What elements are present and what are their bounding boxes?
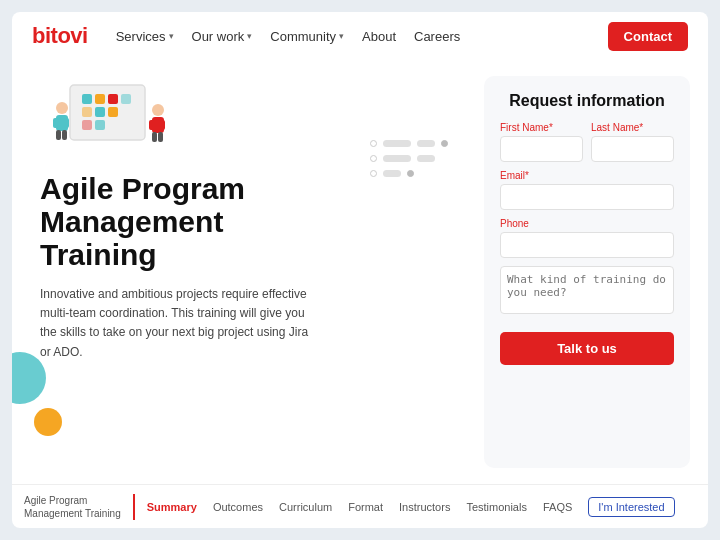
chevron-down-icon: ▾ — [339, 31, 344, 41]
last-name-input[interactable] — [591, 136, 674, 162]
svg-rect-19 — [160, 120, 165, 130]
orange-circle-decoration — [34, 408, 62, 436]
phone-row: Phone — [500, 218, 674, 258]
hero-title: Agile Program Management Training — [40, 172, 340, 271]
svg-rect-7 — [108, 107, 118, 117]
tab-faqs[interactable]: FAQS — [543, 501, 572, 513]
name-row: First Name* Last Name* — [500, 122, 674, 162]
svg-rect-4 — [121, 94, 131, 104]
svg-rect-13 — [64, 118, 69, 128]
nav-services[interactable]: Services ▾ — [116, 29, 174, 44]
svg-rect-2 — [95, 94, 105, 104]
hero-subtitle: Innovative and ambitious projects requir… — [40, 285, 320, 362]
email-field: Email* — [500, 170, 674, 210]
first-name-label: First Name* — [500, 122, 583, 133]
svg-rect-18 — [149, 120, 154, 130]
svg-rect-5 — [82, 107, 92, 117]
nav-careers[interactable]: Careers — [414, 29, 460, 44]
email-label: Email* — [500, 170, 674, 181]
tab-format[interactable]: Format — [348, 501, 383, 513]
first-name-field: First Name* — [500, 122, 583, 162]
breadcrumb: Agile Program Management Training — [24, 494, 135, 520]
nav-ourwork[interactable]: Our work ▾ — [192, 29, 253, 44]
left-panel: Agile Program Management Training Innova… — [12, 60, 468, 484]
tab-curriculum[interactable]: Curriculum — [279, 501, 332, 513]
email-input[interactable] — [500, 184, 674, 210]
contact-button[interactable]: Contact — [608, 22, 688, 51]
training-row — [500, 266, 674, 314]
training-field — [500, 266, 674, 314]
training-textarea[interactable] — [500, 266, 674, 314]
right-panel: Request information First Name* Last Nam… — [468, 60, 708, 484]
svg-rect-8 — [82, 120, 92, 130]
svg-rect-6 — [95, 107, 105, 117]
svg-rect-3 — [108, 94, 118, 104]
form-title: Request information — [500, 92, 674, 110]
nav-links: Services ▾ Our work ▾ Community ▾ About … — [116, 29, 608, 44]
submit-button[interactable]: Talk to us — [500, 332, 674, 365]
phone-label: Phone — [500, 218, 674, 229]
svg-point-10 — [56, 102, 68, 114]
email-row: Email* — [500, 170, 674, 210]
page-wrapper: bitovi Services ▾ Our work ▾ Community ▾… — [0, 0, 720, 540]
svg-rect-0 — [70, 85, 145, 140]
logo: bitovi — [32, 23, 88, 49]
phone-field: Phone — [500, 218, 674, 258]
tab-instructors[interactable]: Instructors — [399, 501, 450, 513]
svg-rect-14 — [56, 130, 61, 140]
first-name-input[interactable] — [500, 136, 583, 162]
chevron-down-icon: ▾ — [247, 31, 252, 41]
phone-input[interactable] — [500, 232, 674, 258]
bottom-bar: Agile Program Management Training Summar… — [12, 484, 708, 528]
tab-summary[interactable]: Summary — [147, 501, 197, 513]
navbar: bitovi Services ▾ Our work ▾ Community ▾… — [12, 12, 708, 60]
chevron-down-icon: ▾ — [169, 31, 174, 41]
svg-rect-21 — [158, 132, 163, 142]
main-content: Agile Program Management Training Innova… — [12, 60, 708, 484]
nav-about[interactable]: About — [362, 29, 396, 44]
nav-community[interactable]: Community ▾ — [270, 29, 344, 44]
hero-illustration — [40, 80, 180, 160]
tab-testimonials[interactable]: Testimonials — [466, 501, 527, 513]
bottom-tabs: Summary Outcomes Curriculum Format Instr… — [147, 497, 696, 517]
svg-rect-15 — [62, 130, 67, 140]
im-interested-button[interactable]: I'm Interested — [588, 497, 674, 517]
request-form: Request information First Name* Last Nam… — [484, 76, 690, 468]
last-name-field: Last Name* — [591, 122, 674, 162]
svg-rect-12 — [53, 118, 58, 128]
svg-rect-9 — [95, 120, 105, 130]
tab-outcomes[interactable]: Outcomes — [213, 501, 263, 513]
svg-rect-20 — [152, 132, 157, 142]
svg-point-16 — [152, 104, 164, 116]
svg-rect-1 — [82, 94, 92, 104]
decorative-dots — [370, 140, 448, 177]
last-name-label: Last Name* — [591, 122, 674, 133]
